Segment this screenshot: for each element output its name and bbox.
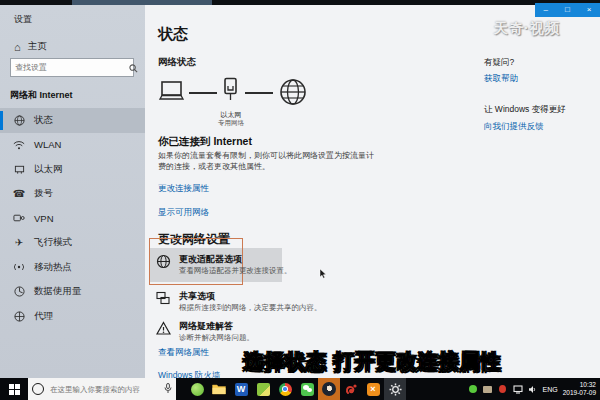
connection-line (245, 92, 273, 94)
red-app-icon[interactable] (340, 378, 362, 400)
sidebar-item-data-usage[interactable]: 数据使用量 (0, 280, 145, 305)
sidebar-item-wlan[interactable]: WLAN (0, 133, 145, 158)
wifi-icon (13, 139, 25, 151)
airplane-icon: ✈ (13, 237, 25, 249)
cortana-icon (32, 383, 44, 395)
ethernet-icon (13, 163, 25, 175)
setting-title: 网络疑难解答 (179, 320, 233, 333)
connected-description: 如果你的流量套餐有限制，则你可以将此网络设置为按流量计 费的连接，或者更改其他属… (158, 150, 374, 172)
setting-desc: 根据所连接到的网络，决定要共享的内容。 (179, 303, 322, 313)
home-icon: ⌂ (14, 42, 21, 52)
clock-date: 2019-07-09 (563, 389, 596, 397)
sidebar-nav: 状态 WLAN 以太网 ☎ 拨号 (0, 108, 145, 329)
tray-app-icon[interactable] (483, 384, 493, 394)
sharing-options-icon (156, 291, 171, 306)
sidebar-item-label: 拨号 (34, 187, 53, 200)
taskbar-search-input[interactable] (48, 384, 160, 395)
sidebar-item-vpn[interactable]: VPN (0, 206, 145, 231)
dialup-icon: ☎ (13, 188, 25, 200)
windows-logo-icon (9, 384, 20, 395)
sidebar-item-mobile-hotspot[interactable]: 移动热点 (0, 255, 145, 280)
sidebar-item-label: 移动热点 (34, 261, 72, 274)
maximize-button[interactable]: □ (560, 3, 574, 17)
document-app-icon[interactable] (252, 378, 274, 400)
setting-title: 更改适配器选项 (179, 253, 242, 266)
sidebar-item-label: 代理 (34, 310, 53, 323)
language-indicator[interactable]: ENG (543, 386, 558, 393)
sidebar-item-proxy[interactable]: 代理 (0, 304, 145, 329)
ethernet-connector-icon (222, 77, 239, 111)
tray-red-app-icon[interactable] (498, 384, 508, 394)
taskbar: W (0, 378, 600, 400)
page-title: 状态 (158, 25, 188, 44)
give-feedback-link[interactable]: 向我们提供反馈 (484, 121, 544, 133)
make-windows-better-heading: 让 Windows 变得更好 (484, 104, 566, 116)
adapter-options-icon (156, 254, 171, 269)
recorder-app-icon-active[interactable] (318, 378, 340, 400)
sidebar-item-ethernet[interactable]: 以太网 (0, 157, 145, 182)
troubleshooter-icon (156, 321, 171, 336)
sidebar-item-home[interactable]: ⌂ 主页 (14, 40, 47, 53)
status-page: 状态 网络状态 以太网 专用网络 你已连接到 Internet 如果你的流量套餐… (145, 5, 600, 378)
hotspot-icon (13, 261, 25, 273)
clock-time: 10:32 (563, 381, 596, 389)
x-app-icon[interactable]: × (362, 378, 384, 400)
laptop-icon (158, 80, 185, 108)
browser-360-icon[interactable] (186, 378, 208, 400)
data-usage-icon (13, 286, 25, 298)
search-icon (129, 59, 141, 77)
mouse-cursor-icon (319, 265, 327, 283)
minimize-button[interactable]: – (539, 3, 553, 17)
network-type-label: 专用网络 (201, 119, 261, 128)
settings-search-box[interactable] (10, 58, 134, 77)
vpn-icon (13, 212, 25, 224)
taskbar-search-box[interactable] (28, 378, 176, 400)
help-question-heading: 有疑问? (484, 57, 514, 69)
change-connection-properties-link[interactable]: 更改连接属性 (158, 183, 209, 195)
sidebar-item-label: 飞行模式 (34, 236, 72, 249)
wechat-icon[interactable] (296, 378, 318, 400)
setting-desc: 查看网络适配器并更改连接设置。 (179, 266, 292, 276)
proxy-icon (13, 310, 25, 322)
setting-desc: 诊断并解决网络问题。 (179, 333, 254, 343)
show-available-networks-link[interactable]: 显示可用网络 (158, 207, 209, 219)
settings-gear-icon[interactable] (384, 378, 406, 400)
start-button[interactable] (0, 378, 28, 400)
globe-status-icon (13, 114, 25, 126)
network-tray-icon[interactable] (513, 384, 523, 394)
sidebar-item-status[interactable]: 状态 (0, 108, 145, 133)
volume-icon[interactable] (528, 384, 538, 394)
sidebar-item-label: VPN (34, 213, 54, 224)
tray-green-app-icon[interactable] (468, 384, 478, 394)
microphone-icon[interactable] (164, 380, 172, 398)
file-explorer-icon[interactable] (208, 378, 230, 400)
get-help-link[interactable]: 获取帮助 (484, 73, 518, 85)
internet-globe-icon (279, 78, 307, 110)
close-button[interactable]: × (582, 3, 596, 17)
taskbar-clock[interactable]: 10:32 2019-07-09 (563, 381, 596, 397)
video-watermark: 天奇·视频 (494, 20, 560, 38)
taskbar-pinned-apps: W (186, 378, 406, 400)
connection-line (189, 92, 217, 94)
window-controls: – □ × (535, 3, 600, 17)
word-icon[interactable]: W (230, 378, 252, 400)
subtitle-overlay: 选择状态 打开更改连接属性 (145, 348, 600, 375)
connected-heading: 你已连接到 Internet (158, 135, 252, 149)
network-status-diagram: 以太网 专用网络 (158, 77, 378, 127)
sidebar-item-airplane-mode[interactable]: ✈ 飞行模式 (0, 231, 145, 256)
settings-search-input[interactable] (11, 63, 129, 72)
sidebar-item-label: 数据使用量 (34, 285, 82, 298)
sidebar-item-label: WLAN (34, 139, 61, 150)
network-status-heading: 网络状态 (158, 56, 196, 69)
setting-title: 共享选项 (179, 290, 215, 303)
window-title: 设置 (14, 13, 32, 26)
home-label: 主页 (28, 40, 47, 53)
sidebar-item-label: 以太网 (34, 163, 63, 176)
windows-settings-screenshot: 设置 ⌂ 主页 网络和 Internet 状态 WLAN (0, 0, 600, 400)
system-tray: ENG 10:32 2019-07-09 (468, 381, 600, 397)
settings-sidebar: 设置 ⌂ 主页 网络和 Internet 状态 WLAN (0, 5, 145, 378)
sidebar-section-label: 网络和 Internet (10, 89, 73, 102)
sidebar-item-label: 状态 (34, 114, 53, 127)
chrome-icon[interactable] (274, 378, 296, 400)
sidebar-item-dialup[interactable]: ☎ 拨号 (0, 182, 145, 207)
